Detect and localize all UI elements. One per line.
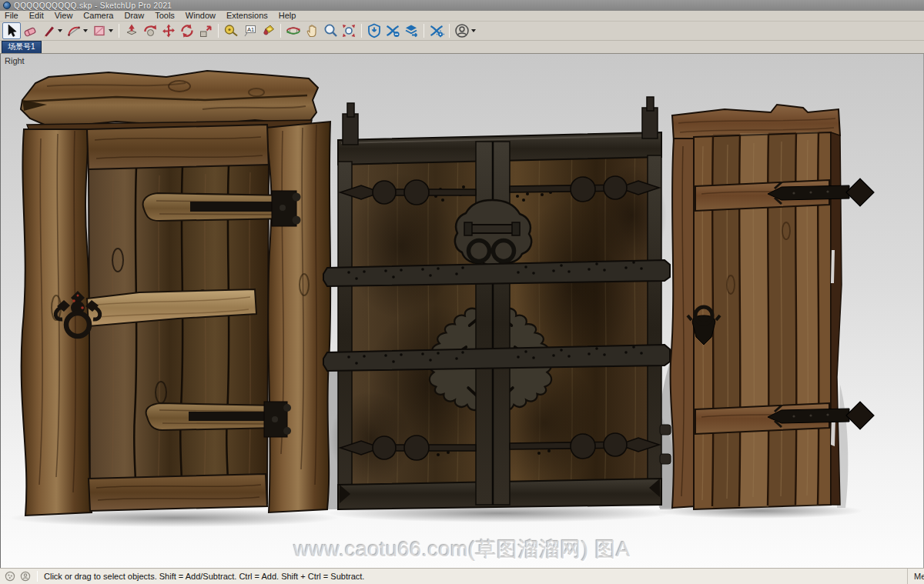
plugin-manager-button[interactable]: [383, 22, 402, 39]
rectangle-icon: [92, 23, 107, 38]
measurements-box[interactable]: Me: [907, 569, 924, 584]
account-dropdown[interactable]: [471, 29, 476, 32]
orbit-icon: [286, 23, 301, 38]
pan-hand-icon: [304, 23, 320, 38]
eraser-icon: [22, 23, 38, 38]
plugin-layers-icon: [403, 23, 419, 38]
scale-icon: [198, 23, 213, 38]
toolbar-separator: [361, 24, 362, 38]
toolbar-separator: [119, 24, 119, 38]
paint-bucket-tool-button[interactable]: [259, 22, 277, 39]
account-button[interactable]: [453, 22, 471, 39]
app-icon[interactable]: [3, 2, 11, 9]
toolbar-separator: [218, 24, 219, 38]
push-pull-icon: [124, 23, 139, 38]
toolbar-separator: [280, 24, 281, 38]
arc-tool-dropdown[interactable]: [83, 29, 88, 32]
statusbar-separator: [37, 571, 38, 582]
plugin-layers-button[interactable]: [402, 22, 420, 39]
plugin-cross-gear-icon: [429, 23, 444, 38]
push-pull-tool-button[interactable]: [122, 22, 141, 39]
eraser-tool-button[interactable]: [21, 22, 39, 39]
model-canvas[interactable]: [1, 54, 924, 568]
follow-me-icon: [142, 23, 158, 38]
shapes-tool-dropdown[interactable]: [109, 29, 113, 32]
text-tool-button[interactable]: A1: [240, 22, 259, 39]
text-icon: A1: [242, 23, 257, 38]
menu-help[interactable]: Help: [279, 11, 296, 21]
zoom-icon: [323, 23, 338, 38]
menu-camera[interactable]: Camera: [83, 11, 113, 21]
arc-tool-button[interactable]: [65, 22, 83, 39]
toolbar-separator: [424, 24, 424, 38]
plugin-shield-download-icon: [367, 23, 382, 38]
geolocation-icon[interactable]: [5, 571, 15, 582]
tape-measure-icon: [223, 23, 239, 38]
pan-tool-button[interactable]: [303, 22, 321, 39]
toolbar-separator: [449, 24, 450, 38]
select-tool-button[interactable]: [2, 22, 21, 39]
watermark-text: www.caotu66.com(草图溜溜网) 图A: [1, 536, 923, 563]
move-icon: [161, 23, 176, 38]
view-orientation-label: Right: [5, 56, 25, 65]
menu-draw[interactable]: Draw: [124, 11, 144, 21]
zoom-tool-button[interactable]: [321, 22, 340, 39]
line-tool-button[interactable]: [39, 22, 58, 39]
menu-view[interactable]: View: [55, 11, 73, 21]
measurements-label: Me: [914, 572, 924, 581]
zoom-extents-tool-button[interactable]: [340, 22, 358, 39]
tape-measure-tool-button[interactable]: [222, 22, 240, 39]
menu-bar: File Edit View Camera Draw Tools Window …: [0, 11, 924, 22]
shapes-tool-button[interactable]: [90, 22, 109, 39]
model-door-center[interactable]: [323, 97, 671, 509]
select-arrow-icon: [4, 23, 19, 38]
status-hint: Click or drag to select objects. Shift =…: [44, 572, 364, 581]
line-tool-dropdown[interactable]: [58, 29, 62, 32]
menu-file[interactable]: File: [5, 11, 18, 21]
follow-me-tool-button[interactable]: [141, 22, 159, 39]
sketchup-window: QQQQQQQQQQ.skp - SketchUp Pro 2021 File …: [0, 0, 924, 584]
paint-bucket-icon: [260, 23, 276, 38]
plugin-settings-button[interactable]: [427, 22, 446, 39]
scene-tab-bar: 场景号1: [0, 41, 924, 54]
scale-tool-button[interactable]: [196, 22, 215, 39]
zoom-extents-icon: [341, 23, 357, 38]
rotate-icon: [179, 23, 195, 38]
viewport[interactable]: Right www.caotu66.com(草图溜溜网) 图A: [0, 54, 924, 568]
scene-tab-1[interactable]: 场景号1: [2, 41, 42, 53]
arc-icon: [66, 23, 82, 38]
svg-text:A1: A1: [247, 26, 254, 33]
model-door-left[interactable]: [21, 71, 330, 516]
account-person-icon: [454, 23, 470, 38]
window-title: QQQQQQQQQQ.skp - SketchUp Pro 2021: [14, 2, 172, 10]
orbit-tool-button[interactable]: [284, 22, 303, 39]
status-bar: Click or drag to select objects. Shift =…: [0, 568, 924, 584]
menu-window[interactable]: Window: [186, 11, 216, 21]
plugin-library-button[interactable]: [365, 22, 383, 39]
title-bar: QQQQQQQQQQ.skp - SketchUp Pro 2021: [0, 0, 924, 11]
plugin-cross-minus-icon: [385, 23, 400, 38]
move-tool-button[interactable]: [159, 22, 178, 39]
menu-edit[interactable]: Edit: [29, 11, 44, 21]
claim-credit-icon[interactable]: [20, 571, 31, 582]
toolbar: A1: [0, 22, 924, 41]
rotate-tool-button[interactable]: [178, 22, 196, 39]
pencil-icon: [41, 23, 56, 38]
menu-extensions[interactable]: Extensions: [226, 11, 268, 21]
menu-tools[interactable]: Tools: [155, 11, 175, 21]
